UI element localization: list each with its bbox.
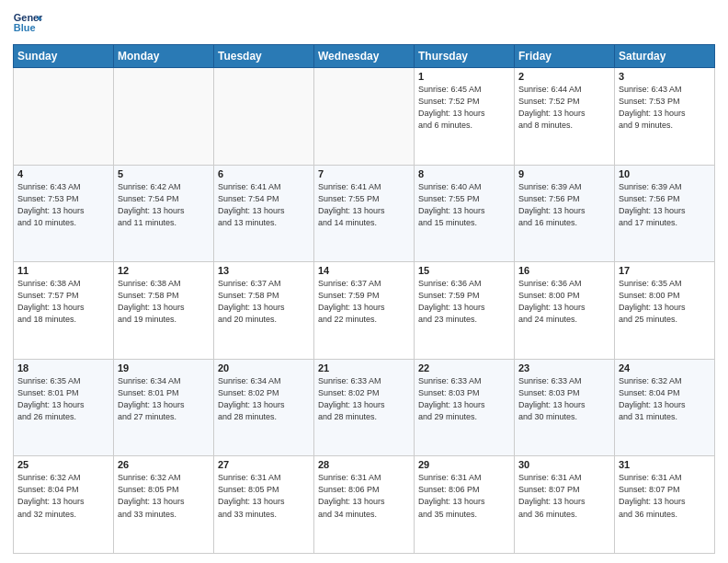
calendar-cell: 1Sunrise: 6:45 AM Sunset: 7:52 PM Daylig… — [415, 68, 515, 166]
day-info: Sunrise: 6:33 AM Sunset: 8:03 PM Dayligh… — [518, 375, 610, 423]
weekday-header: Sunday — [14, 45, 114, 68]
calendar-cell: 12Sunrise: 6:38 AM Sunset: 7:58 PM Dayli… — [114, 262, 214, 360]
calendar-cell: 7Sunrise: 6:41 AM Sunset: 7:55 PM Daylig… — [314, 165, 415, 262]
day-number: 7 — [318, 168, 410, 179]
day-info: Sunrise: 6:41 AM Sunset: 7:55 PM Dayligh… — [318, 181, 410, 229]
day-info: Sunrise: 6:36 AM Sunset: 8:00 PM Dayligh… — [518, 278, 610, 326]
day-info: Sunrise: 6:32 AM Sunset: 8:05 PM Dayligh… — [118, 472, 210, 520]
day-info: Sunrise: 6:31 AM Sunset: 8:05 PM Dayligh… — [218, 472, 310, 520]
day-number: 6 — [218, 168, 310, 179]
day-number: 9 — [518, 168, 610, 179]
calendar-cell: 17Sunrise: 6:35 AM Sunset: 8:00 PM Dayli… — [615, 262, 715, 360]
day-number: 5 — [118, 168, 210, 179]
day-info: Sunrise: 6:42 AM Sunset: 7:54 PM Dayligh… — [118, 181, 210, 229]
day-number: 17 — [619, 265, 711, 276]
day-info: Sunrise: 6:37 AM Sunset: 7:59 PM Dayligh… — [318, 278, 410, 326]
day-number: 3 — [619, 71, 711, 82]
day-info: Sunrise: 6:31 AM Sunset: 8:06 PM Dayligh… — [418, 472, 510, 520]
day-number: 16 — [518, 265, 610, 276]
calendar-cell: 11Sunrise: 6:38 AM Sunset: 7:57 PM Dayli… — [14, 262, 114, 360]
day-info: Sunrise: 6:36 AM Sunset: 7:59 PM Dayligh… — [418, 278, 510, 326]
calendar-cell — [114, 68, 214, 166]
day-info: Sunrise: 6:33 AM Sunset: 8:03 PM Dayligh… — [418, 375, 510, 423]
calendar-cell: 29Sunrise: 6:31 AM Sunset: 8:06 PM Dayli… — [415, 456, 515, 554]
day-number: 22 — [418, 362, 510, 373]
svg-text:Blue: Blue — [14, 22, 36, 33]
calendar-cell: 25Sunrise: 6:32 AM Sunset: 8:04 PM Dayli… — [14, 456, 114, 554]
day-info: Sunrise: 6:31 AM Sunset: 8:07 PM Dayligh… — [619, 472, 711, 520]
day-number: 28 — [318, 459, 410, 470]
day-info: Sunrise: 6:43 AM Sunset: 7:53 PM Dayligh… — [619, 84, 711, 132]
calendar-cell: 2Sunrise: 6:44 AM Sunset: 7:52 PM Daylig… — [515, 68, 615, 166]
calendar-cell: 16Sunrise: 6:36 AM Sunset: 8:00 PM Dayli… — [515, 262, 615, 360]
calendar-cell: 3Sunrise: 6:43 AM Sunset: 7:53 PM Daylig… — [615, 68, 715, 166]
day-number: 24 — [619, 362, 711, 373]
day-info: Sunrise: 6:44 AM Sunset: 7:52 PM Dayligh… — [518, 84, 610, 132]
day-info: Sunrise: 6:37 AM Sunset: 7:58 PM Dayligh… — [218, 278, 310, 326]
day-info: Sunrise: 6:45 AM Sunset: 7:52 PM Dayligh… — [418, 84, 510, 132]
calendar-cell: 21Sunrise: 6:33 AM Sunset: 8:02 PM Dayli… — [314, 359, 415, 456]
weekday-header: Wednesday — [314, 45, 415, 68]
day-info: Sunrise: 6:43 AM Sunset: 7:53 PM Dayligh… — [17, 181, 109, 229]
day-number: 4 — [17, 168, 109, 179]
calendar-cell: 30Sunrise: 6:31 AM Sunset: 8:07 PM Dayli… — [515, 456, 615, 554]
day-info: Sunrise: 6:32 AM Sunset: 8:04 PM Dayligh… — [619, 375, 711, 423]
day-info: Sunrise: 6:34 AM Sunset: 8:01 PM Dayligh… — [118, 375, 210, 423]
day-number: 8 — [418, 168, 510, 179]
page: General Blue SundayMondayTuesdayWednesda… — [0, 0, 728, 563]
day-number: 30 — [518, 459, 610, 470]
day-info: Sunrise: 6:35 AM Sunset: 8:01 PM Dayligh… — [17, 375, 109, 423]
day-info: Sunrise: 6:38 AM Sunset: 7:58 PM Dayligh… — [118, 278, 210, 326]
day-info: Sunrise: 6:41 AM Sunset: 7:54 PM Dayligh… — [218, 181, 310, 229]
day-info: Sunrise: 6:33 AM Sunset: 8:02 PM Dayligh… — [318, 375, 410, 423]
day-number: 20 — [218, 362, 310, 373]
day-number: 19 — [118, 362, 210, 373]
calendar-cell: 4Sunrise: 6:43 AM Sunset: 7:53 PM Daylig… — [14, 165, 114, 262]
calendar-cell: 14Sunrise: 6:37 AM Sunset: 7:59 PM Dayli… — [314, 262, 415, 360]
calendar-cell: 10Sunrise: 6:39 AM Sunset: 7:56 PM Dayli… — [615, 165, 715, 262]
weekday-header: Monday — [114, 45, 214, 68]
day-info: Sunrise: 6:39 AM Sunset: 7:56 PM Dayligh… — [619, 181, 711, 229]
day-number: 1 — [418, 71, 510, 82]
calendar-cell: 8Sunrise: 6:40 AM Sunset: 7:55 PM Daylig… — [415, 165, 515, 262]
day-number: 10 — [619, 168, 711, 179]
logo-icon: General Blue — [13, 9, 42, 39]
calendar-cell: 28Sunrise: 6:31 AM Sunset: 8:06 PM Dayli… — [314, 456, 415, 554]
day-number: 26 — [118, 459, 210, 470]
day-number: 18 — [17, 362, 109, 373]
day-number: 29 — [418, 459, 510, 470]
calendar-cell: 22Sunrise: 6:33 AM Sunset: 8:03 PM Dayli… — [415, 359, 515, 456]
calendar-cell — [14, 68, 114, 166]
calendar-cell: 27Sunrise: 6:31 AM Sunset: 8:05 PM Dayli… — [214, 456, 314, 554]
calendar-cell: 24Sunrise: 6:32 AM Sunset: 8:04 PM Dayli… — [615, 359, 715, 456]
day-info: Sunrise: 6:31 AM Sunset: 8:06 PM Dayligh… — [318, 472, 410, 520]
calendar-cell — [214, 68, 314, 166]
calendar-cell: 18Sunrise: 6:35 AM Sunset: 8:01 PM Dayli… — [14, 359, 114, 456]
day-number: 31 — [619, 459, 711, 470]
day-number: 27 — [218, 459, 310, 470]
calendar-cell: 19Sunrise: 6:34 AM Sunset: 8:01 PM Dayli… — [114, 359, 214, 456]
day-number: 25 — [17, 459, 109, 470]
weekday-header: Saturday — [615, 45, 715, 68]
day-number: 2 — [518, 71, 610, 82]
day-number: 14 — [318, 265, 410, 276]
day-number: 13 — [218, 265, 310, 276]
calendar-cell: 5Sunrise: 6:42 AM Sunset: 7:54 PM Daylig… — [114, 165, 214, 262]
day-info: Sunrise: 6:32 AM Sunset: 8:04 PM Dayligh… — [17, 472, 109, 520]
calendar-cell: 6Sunrise: 6:41 AM Sunset: 7:54 PM Daylig… — [214, 165, 314, 262]
day-number: 11 — [17, 265, 109, 276]
calendar-cell: 31Sunrise: 6:31 AM Sunset: 8:07 PM Dayli… — [615, 456, 715, 554]
calendar-cell: 9Sunrise: 6:39 AM Sunset: 7:56 PM Daylig… — [515, 165, 615, 262]
day-info: Sunrise: 6:38 AM Sunset: 7:57 PM Dayligh… — [17, 278, 109, 326]
calendar-cell — [314, 68, 415, 166]
calendar-cell: 26Sunrise: 6:32 AM Sunset: 8:05 PM Dayli… — [114, 456, 214, 554]
day-info: Sunrise: 6:31 AM Sunset: 8:07 PM Dayligh… — [518, 472, 610, 520]
day-number: 21 — [318, 362, 410, 373]
calendar-cell: 23Sunrise: 6:33 AM Sunset: 8:03 PM Dayli… — [515, 359, 615, 456]
day-info: Sunrise: 6:40 AM Sunset: 7:55 PM Dayligh… — [418, 181, 510, 229]
header: General Blue — [13, 9, 715, 39]
day-info: Sunrise: 6:39 AM Sunset: 7:56 PM Dayligh… — [518, 181, 610, 229]
day-info: Sunrise: 6:34 AM Sunset: 8:02 PM Dayligh… — [218, 375, 310, 423]
day-number: 23 — [518, 362, 610, 373]
logo: General Blue — [13, 9, 42, 39]
